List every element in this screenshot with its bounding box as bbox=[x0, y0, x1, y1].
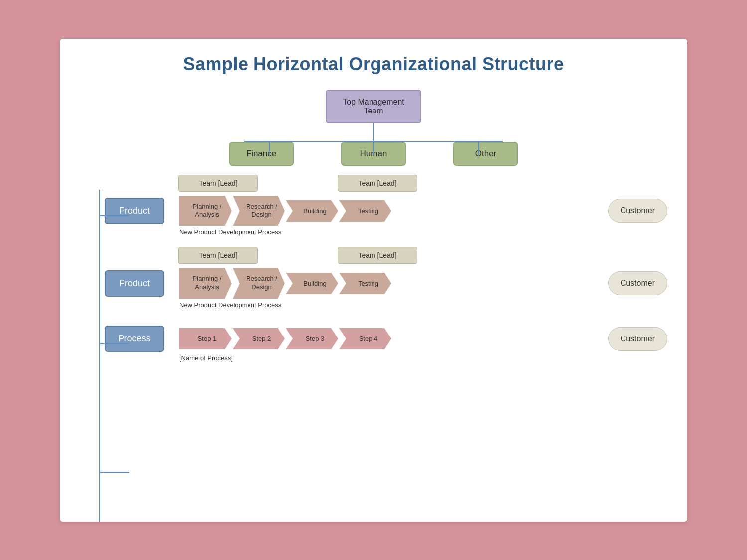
steps-row-2: Product Planning / Analysis Research / D… bbox=[105, 268, 667, 299]
step-2-testing: Testing bbox=[339, 273, 391, 294]
step-3-step4: Step 4 bbox=[339, 328, 391, 349]
customer-3: Customer bbox=[608, 327, 667, 351]
step-1-research: Research / Design bbox=[233, 196, 285, 226]
arrow-steps-3: Step 1 Step 2 Step 3 Step 4 bbox=[179, 328, 603, 349]
arrow-steps-1: Planning / Analysis Research / Design Bu… bbox=[179, 196, 603, 226]
row-process: Process Step 1 Step 2 Step 3 Step 4 Cust… bbox=[105, 320, 667, 362]
v-drop-finance bbox=[269, 141, 270, 155]
arrow-steps-2: Planning / Analysis Research / Design Bu… bbox=[179, 268, 603, 299]
team-lead-row-2: Team [Lead] Team [Lead] bbox=[105, 247, 667, 264]
slide-title: Sample Horizontal Organizational Structu… bbox=[80, 54, 667, 75]
team-lead-1b: Team [Lead] bbox=[338, 175, 417, 192]
customer-2: Customer bbox=[608, 271, 667, 295]
top-mgmt-box: Top ManagementTeam bbox=[326, 90, 421, 123]
dept-other: Other bbox=[453, 142, 518, 166]
team-lead-2b: Team [Lead] bbox=[338, 247, 417, 264]
v-line-top-mgmt bbox=[373, 123, 374, 141]
slide: Sample Horizontal Organizational Structu… bbox=[60, 39, 687, 522]
step-1-building: Building bbox=[286, 200, 338, 222]
caption-3: [Name of Process] bbox=[105, 354, 667, 362]
team-lead-2a: Team [Lead] bbox=[178, 247, 258, 264]
v-drop-human bbox=[374, 141, 374, 155]
team-lead-row-1: Team [Lead] Team [Lead] bbox=[105, 175, 667, 192]
steps-row-1: Product Planning / Analysis Research / D… bbox=[105, 196, 667, 226]
customer-1: Customer bbox=[608, 199, 667, 223]
step-3-step2: Step 2 bbox=[233, 328, 285, 349]
v-drop-other bbox=[478, 141, 479, 155]
row-product-1: Team [Lead] Team [Lead] Product Planning… bbox=[105, 175, 667, 236]
dept-finance: Finance bbox=[229, 142, 294, 166]
top-mgmt-wrapper: Top ManagementTeam bbox=[326, 90, 421, 123]
team-lead-1a: Team [Lead] bbox=[178, 175, 258, 192]
step-2-planning: Planning / Analysis bbox=[179, 268, 232, 299]
row-product-2: Team [Lead] Team [Lead] Product Planning… bbox=[105, 247, 667, 309]
main-org-area: Team [Lead] Team [Lead] Product Planning… bbox=[80, 175, 667, 367]
caption-1: New Product Development Process bbox=[105, 228, 667, 236]
rows-container: Team [Lead] Team [Lead] Product Planning… bbox=[105, 175, 667, 367]
step-2-research: Research / Design bbox=[233, 268, 285, 299]
step-1-testing: Testing bbox=[339, 200, 391, 222]
steps-row-3: Process Step 1 Step 2 Step 3 Step 4 Cust… bbox=[105, 326, 667, 352]
step-1-planning: Planning / Analysis bbox=[179, 196, 232, 226]
step-2-building: Building bbox=[286, 273, 338, 294]
h-line-depts bbox=[244, 141, 503, 142]
step-3-step1: Step 1 bbox=[179, 328, 232, 349]
step-3-step3: Step 3 bbox=[286, 328, 338, 349]
caption-2: New Product Development Process bbox=[105, 301, 667, 309]
bracket-svg bbox=[80, 175, 159, 367]
